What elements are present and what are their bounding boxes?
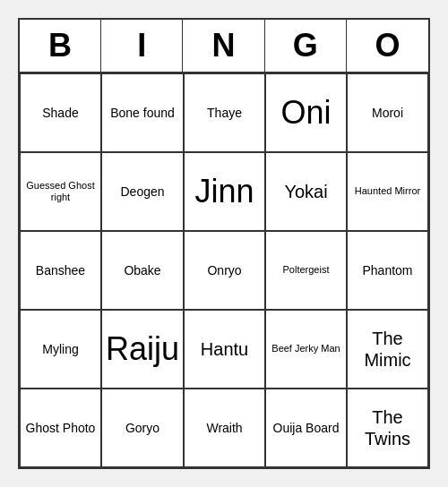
bingo-cell-15[interactable]: Myling	[20, 310, 101, 389]
bingo-cell-10[interactable]: Banshee	[20, 231, 101, 310]
bingo-cell-14[interactable]: Phantom	[347, 231, 428, 310]
bingo-cell-6[interactable]: Deogen	[101, 152, 184, 231]
bingo-cell-12[interactable]: Onryo	[184, 231, 265, 310]
bingo-cell-20[interactable]: Ghost Photo	[20, 389, 101, 467]
bingo-cell-3[interactable]: Oni	[265, 73, 347, 152]
bingo-cell-5[interactable]: Guessed Ghost right	[20, 152, 101, 231]
bingo-cell-2[interactable]: Thaye	[184, 73, 265, 152]
bingo-cell-24[interactable]: The Twins	[347, 389, 428, 467]
bingo-cell-21[interactable]: Goryo	[101, 389, 184, 467]
bingo-cell-9[interactable]: Haunted Mirror	[347, 152, 428, 231]
header-o: O	[347, 20, 428, 72]
bingo-cell-8[interactable]: Yokai	[265, 152, 347, 231]
bingo-cell-18[interactable]: Beef Jerky Man	[265, 310, 347, 389]
bingo-cell-13[interactable]: Poltergeist	[265, 231, 347, 310]
bingo-cell-19[interactable]: The Mimic	[347, 310, 428, 389]
bingo-cell-17[interactable]: Hantu	[184, 310, 265, 389]
bingo-cell-7[interactable]: Jinn	[184, 152, 265, 231]
bingo-grid: ShadeBone foundThayeOniMoroiGuessed Ghos…	[20, 73, 428, 467]
bingo-cell-22[interactable]: Wraith	[184, 389, 265, 467]
header-g: G	[265, 20, 347, 72]
bingo-cell-0[interactable]: Shade	[20, 73, 101, 152]
bingo-cell-11[interactable]: Obake	[101, 231, 184, 310]
header-n: N	[183, 20, 264, 72]
bingo-header: B I N G O	[20, 20, 428, 73]
bingo-cell-23[interactable]: Ouija Board	[265, 389, 347, 467]
bingo-card: B I N G O ShadeBone foundThayeOniMoroiGu…	[18, 18, 430, 469]
bingo-cell-1[interactable]: Bone found	[101, 73, 184, 152]
bingo-cell-4[interactable]: Moroi	[347, 73, 428, 152]
header-i: I	[101, 20, 183, 72]
header-b: B	[20, 20, 101, 72]
bingo-cell-16[interactable]: Raiju	[101, 310, 184, 389]
